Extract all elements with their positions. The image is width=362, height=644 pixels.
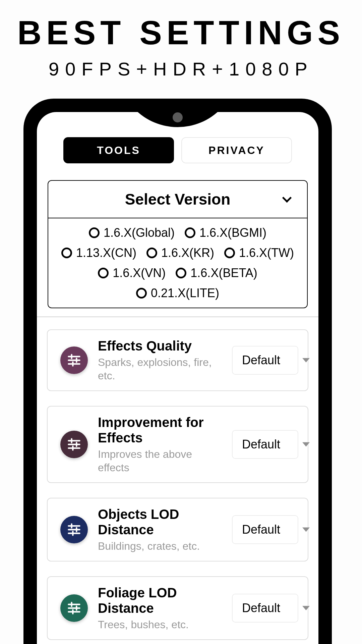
setting-select-value: Default (242, 353, 280, 367)
radio-icon (146, 248, 157, 258)
version-option[interactable]: 1.6.X(BGMI) (185, 226, 266, 240)
sliders-icon (67, 353, 81, 368)
version-option[interactable]: 0.21.X(LITE) (136, 286, 219, 300)
setting-select[interactable]: Default (232, 430, 298, 459)
radio-icon (224, 248, 235, 258)
version-option-label: 1.6.X(BETA) (190, 266, 257, 280)
setting-text: Effects QualitySparks, explosions, fire,… (98, 338, 222, 382)
setting-text: Objects LOD DistanceBuildings, crates, e… (98, 506, 222, 553)
setting-card: Improvement for EffectsImproves the abov… (47, 406, 308, 483)
radio-icon (176, 268, 186, 278)
radio-icon (98, 268, 109, 278)
setting-desc: Buildings, crates, etc. (98, 539, 222, 553)
setting-card: Objects LOD DistanceBuildings, crates, e… (47, 498, 308, 561)
radio-icon (136, 288, 147, 299)
version-option-label: 0.21.X(LITE) (151, 286, 219, 300)
setting-select[interactable]: Default (232, 346, 298, 375)
sliders-icon (67, 437, 81, 452)
sliders-icon (67, 601, 81, 615)
settings-list: Effects QualitySparks, explosions, fire,… (47, 317, 308, 640)
setting-desc: Improves the above effects (98, 447, 222, 474)
version-option[interactable]: 1.6.X(KR) (146, 246, 214, 260)
setting-card: Foliage LOD DistanceTrees, bushes, etc.D… (47, 576, 308, 640)
setting-icon (60, 346, 88, 374)
setting-select-value: Default (242, 601, 280, 615)
setting-text: Improvement for EffectsImproves the abov… (98, 415, 222, 474)
radio-icon (61, 248, 72, 258)
sliders-icon (67, 522, 81, 537)
version-option-label: 1.13.X(CN) (76, 246, 136, 260)
version-options: 1.6.X(Global)1.6.X(BGMI)1.13.X(CN)1.6.X(… (48, 218, 307, 308)
tab-bar: TOOLS PRIVACY (47, 137, 308, 163)
chevron-down-icon (302, 358, 310, 363)
chevron-down-icon (282, 193, 292, 203)
phone-frame: TOOLS PRIVACY Select Version 1.6.X(Globa… (23, 99, 332, 644)
setting-title: Effects Quality (98, 338, 222, 354)
setting-title: Foliage LOD Distance (98, 585, 222, 616)
tab-tools[interactable]: TOOLS (63, 137, 174, 163)
setting-title: Improvement for Effects (98, 415, 222, 445)
setting-select-value: Default (242, 523, 280, 536)
radio-icon (89, 227, 100, 238)
version-selector: Select Version 1.6.X(Global)1.6.X(BGMI)1… (48, 180, 308, 308)
chevron-down-icon (302, 606, 310, 610)
version-option[interactable]: 1.6.X(VN) (98, 266, 166, 280)
setting-select-value: Default (242, 437, 280, 451)
tab-tools-label: TOOLS (97, 144, 140, 157)
radio-icon (185, 227, 195, 238)
page-header: BEST SETTINGS 90FPS+HDR+1080P (0, 0, 362, 80)
chevron-down-icon (302, 442, 310, 447)
setting-icon (60, 431, 88, 458)
version-option-label: 1.6.X(KR) (161, 246, 214, 260)
tab-privacy[interactable]: PRIVACY (181, 137, 292, 163)
setting-icon (60, 594, 88, 622)
page-title: BEST SETTINGS (0, 13, 362, 52)
version-option[interactable]: 1.6.X(BETA) (176, 266, 257, 280)
version-option-label: 1.6.X(Global) (104, 226, 175, 240)
version-option-label: 1.6.X(BGMI) (199, 226, 266, 240)
tab-privacy-label: PRIVACY (208, 144, 265, 157)
version-option-label: 1.6.X(VN) (113, 266, 166, 280)
page-subtitle: 90FPS+HDR+1080P (0, 58, 362, 80)
setting-card: Effects QualitySparks, explosions, fire,… (47, 329, 308, 391)
version-option[interactable]: 1.6.X(TW) (224, 246, 294, 260)
setting-desc: Sparks, explosions, fire, etc. (98, 356, 222, 382)
phone-screen: TOOLS PRIVACY Select Version 1.6.X(Globa… (37, 112, 318, 644)
chevron-down-icon (302, 528, 310, 532)
version-option[interactable]: 1.13.X(CN) (61, 246, 136, 260)
setting-select[interactable]: Default (232, 515, 298, 544)
version-header-label: Select Version (125, 190, 231, 208)
version-option[interactable]: 1.6.X(Global) (89, 226, 175, 240)
version-dropdown-header[interactable]: Select Version (48, 181, 307, 218)
setting-select[interactable]: Default (232, 594, 298, 623)
setting-title: Objects LOD Distance (98, 506, 222, 537)
setting-text: Foliage LOD DistanceTrees, bushes, etc. (98, 585, 222, 631)
setting-desc: Trees, bushes, etc. (98, 618, 222, 631)
version-option-label: 1.6.X(TW) (239, 246, 294, 260)
setting-icon (60, 516, 88, 543)
